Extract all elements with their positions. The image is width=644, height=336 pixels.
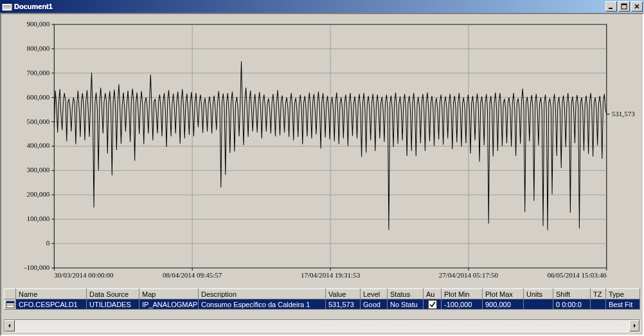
col-au[interactable]: Au bbox=[424, 289, 442, 299]
col-shift[interactable]: Shift bbox=[553, 289, 591, 299]
svg-text:531,573: 531,573 bbox=[612, 110, 635, 118]
svg-text:06/05/2014  15:03:46: 06/05/2014 15:03:46 bbox=[547, 271, 607, 279]
svg-text:200,000: 200,000 bbox=[26, 190, 49, 198]
svg-text:-100,000: -100,000 bbox=[24, 263, 50, 271]
row-selector[interactable] bbox=[4, 299, 16, 310]
main-frame: -100,0000100,000200,000300,000400,000500… bbox=[0, 13, 644, 336]
cell-status[interactable]: No Statu bbox=[388, 299, 424, 310]
cell-type[interactable]: Best Fit bbox=[606, 299, 640, 310]
grid-header-row: Name Data Source Map Description Value L… bbox=[4, 289, 640, 299]
svg-text:0: 0 bbox=[46, 239, 50, 247]
svg-rect-2 bbox=[3, 5, 11, 6]
tag-grid[interactable]: Name Data Source Map Description Value L… bbox=[4, 288, 640, 318]
col-type[interactable]: Type bbox=[606, 289, 640, 299]
svg-text:900,000: 900,000 bbox=[26, 20, 49, 28]
scroll-left-button[interactable] bbox=[4, 320, 15, 332]
cell-data-source[interactable]: UTILIDADES bbox=[87, 299, 139, 310]
col-units[interactable]: Units bbox=[524, 289, 553, 299]
titlebar: Document1 bbox=[0, 0, 644, 13]
cell-tz[interactable] bbox=[591, 299, 606, 310]
cell-value[interactable]: 531,573 bbox=[326, 299, 361, 310]
col-status[interactable]: Status bbox=[388, 289, 424, 299]
svg-rect-5 bbox=[609, 8, 613, 9]
svg-text:400,000: 400,000 bbox=[26, 142, 49, 150]
grid-data-row[interactable]: CFO.CESPCALD1 UTILIDADES IP_ANALOGMAP Co… bbox=[4, 299, 640, 310]
col-plot-max[interactable]: Plot Max bbox=[483, 289, 524, 299]
cell-description[interactable]: Consumo Específico da Caldeira 1 bbox=[199, 299, 326, 310]
trend-chart[interactable]: -100,0000100,000200,000300,000400,000500… bbox=[4, 17, 640, 283]
cell-map[interactable]: IP_ANALOGMAP bbox=[139, 299, 199, 310]
svg-text:08/04/2014  09:45:57: 08/04/2014 09:45:57 bbox=[163, 271, 222, 279]
col-value[interactable]: Value bbox=[326, 289, 361, 299]
col-level[interactable]: Level bbox=[361, 289, 388, 299]
svg-rect-1 bbox=[2, 2, 12, 4]
cell-au[interactable] bbox=[424, 299, 442, 310]
svg-text:30/03/2014  00:00:00: 30/03/2014 00:00:00 bbox=[54, 271, 114, 279]
cell-units[interactable] bbox=[524, 299, 553, 310]
cell-name[interactable]: CFO.CESPCALD1 bbox=[16, 299, 87, 310]
svg-rect-7 bbox=[622, 4, 627, 5]
svg-rect-61 bbox=[7, 305, 13, 306]
svg-text:27/04/2014  05:17:50: 27/04/2014 05:17:50 bbox=[439, 271, 499, 279]
svg-text:100,000: 100,000 bbox=[26, 215, 49, 222]
col-tz[interactable]: TZ bbox=[591, 289, 606, 299]
window-title: Document1 bbox=[14, 3, 604, 10]
svg-text:600,000: 600,000 bbox=[26, 93, 49, 101]
svg-text:500,000: 500,000 bbox=[26, 118, 49, 125]
col-map[interactable]: Map bbox=[139, 289, 199, 299]
col-name[interactable]: Name bbox=[16, 289, 87, 299]
svg-text:300,000: 300,000 bbox=[26, 166, 49, 173]
svg-rect-59 bbox=[6, 301, 14, 303]
svg-text:800,000: 800,000 bbox=[26, 44, 49, 52]
svg-rect-8 bbox=[4, 17, 640, 283]
cell-shift[interactable]: 0 0:00:0 bbox=[553, 299, 591, 310]
col-data-source[interactable]: Data Source bbox=[87, 289, 139, 299]
au-checkbox[interactable] bbox=[428, 300, 437, 309]
col-description[interactable]: Description bbox=[199, 289, 326, 299]
svg-rect-3 bbox=[3, 6, 11, 7]
svg-rect-60 bbox=[7, 304, 13, 305]
scroll-right-button[interactable] bbox=[629, 320, 640, 332]
cell-level[interactable]: Good bbox=[361, 299, 388, 310]
row-header-blank bbox=[4, 289, 16, 299]
close-button[interactable] bbox=[631, 1, 643, 12]
cell-plot-min[interactable]: -100,000 bbox=[442, 299, 483, 310]
h-scrollbar[interactable] bbox=[4, 319, 640, 332]
col-plot-min[interactable]: Plot Min bbox=[442, 289, 483, 299]
minimize-button[interactable] bbox=[605, 1, 617, 12]
scroll-track[interactable] bbox=[15, 320, 629, 332]
maximize-button[interactable] bbox=[618, 1, 630, 12]
app-icon bbox=[2, 2, 12, 11]
cell-plot-max[interactable]: 900,000 bbox=[483, 299, 524, 310]
svg-text:700,000: 700,000 bbox=[26, 69, 49, 76]
svg-rect-4 bbox=[3, 8, 11, 8]
chart-panel: -100,0000100,000200,000300,000400,000500… bbox=[4, 17, 640, 283]
svg-text:17/04/2014  19:31:53: 17/04/2014 19:31:53 bbox=[301, 271, 361, 279]
